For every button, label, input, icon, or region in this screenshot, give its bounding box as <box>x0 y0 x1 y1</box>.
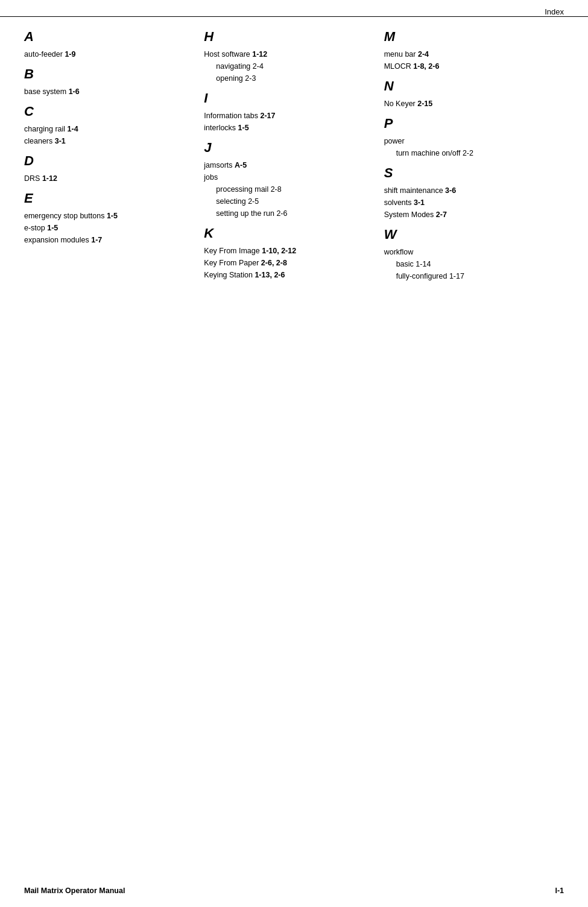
index-entry: power <box>384 135 552 147</box>
sub-entry-ref: 2-6 <box>276 209 287 218</box>
entry-ref: 2-6, 2-8 <box>261 259 287 267</box>
sub-entry-ref: 2-5 <box>248 197 259 206</box>
index-entry: workflow <box>384 246 552 258</box>
sub-entry-ref: 2-4 <box>253 62 264 71</box>
entry-term: DRS <box>24 174 42 183</box>
entry-term: auto-feeder <box>24 50 65 58</box>
index-sub-entry: navigating 2-4 <box>204 60 371 72</box>
section-a: Aauto-feeder 1-9 <box>24 29 192 60</box>
section-letter-c: C <box>24 104 192 119</box>
entry-term: emergency stop buttons <box>24 212 107 220</box>
entry-ref: 1-7 <box>91 236 102 244</box>
sub-entry-ref: 2-8 <box>271 185 282 194</box>
section-letter-b: B <box>24 66 192 82</box>
entry-term: power <box>384 137 405 145</box>
index-entry: Host software 1-12 <box>204 48 371 60</box>
entry-ref: A-5 <box>235 161 247 169</box>
entry-ref: 1-6 <box>69 87 80 96</box>
header-title: Index <box>545 7 564 16</box>
index-entry: interlocks 1-5 <box>204 122 371 134</box>
footer-left: Mail Matrix Operator Manual <box>24 886 125 895</box>
section-letter-m: M <box>384 29 552 45</box>
entry-term: No Keyer <box>384 100 418 108</box>
index-entry: jamsorts A-5 <box>204 159 371 171</box>
column-col-left: Aauto-feeder 1-9Bbase system 1-6Cchargin… <box>24 29 204 288</box>
section-letter-p: P <box>384 116 552 131</box>
index-entry: cleaners 3-1 <box>24 135 192 147</box>
entry-term: jamsorts <box>204 161 235 169</box>
sub-entry-term: basic <box>396 260 416 268</box>
entry-ref: 1-12 <box>252 50 267 58</box>
entry-term: Key From Paper <box>204 259 261 267</box>
index-entry: jobs <box>204 171 371 183</box>
entry-ref: 1-4 <box>68 125 78 133</box>
entry-ref: 3-1 <box>414 198 425 207</box>
sub-entry-term: opening <box>216 74 245 83</box>
index-entry: solvents 3-1 <box>384 197 552 209</box>
index-entry: DRS 1-12 <box>24 172 192 185</box>
entry-term: charging rail <box>24 125 68 133</box>
section-e: Eemergency stop buttons 1-5e-stop 1-5exp… <box>24 191 192 246</box>
entry-ref: 1-9 <box>65 50 75 58</box>
entry-term: solvents <box>384 198 414 207</box>
entry-term: workflow <box>384 248 414 256</box>
page-footer: Mail Matrix Operator Manual I-1 <box>0 886 588 895</box>
section-h: HHost software 1-12navigating 2-4opening… <box>204 29 371 84</box>
section-letter-w: W <box>384 227 552 242</box>
index-sub-entry: basic 1-14 <box>384 258 552 270</box>
entry-term: System Modes <box>384 210 436 219</box>
sub-entry-term: processing mail <box>216 185 270 194</box>
sub-entry-ref: 2-2 <box>463 149 473 157</box>
section-p: Ppowerturn machine on/off 2-2 <box>384 116 552 159</box>
index-entry: Key From Paper 2-6, 2-8 <box>204 257 371 269</box>
section-letter-e: E <box>24 191 192 206</box>
index-sub-entry: opening 2-3 <box>204 72 371 84</box>
entry-term: Host software <box>204 50 252 58</box>
index-entry: shift maintenance 3-6 <box>384 185 552 197</box>
section-w: Wworkflowbasic 1-14fully-configured 1-17 <box>384 227 552 282</box>
entry-ref: 1-5 <box>238 124 249 132</box>
sub-entry-term: turn machine on/off <box>396 149 463 157</box>
entry-ref: 3-6 <box>445 186 456 195</box>
entry-term: expansion modules <box>24 236 91 244</box>
sub-entry-term: fully-configured <box>396 272 449 280</box>
section-i: IInformation tabs 2-17interlocks 1-5 <box>204 90 371 134</box>
sub-entry-term: navigating <box>216 62 252 71</box>
index-sub-entry: setting up the run 2-6 <box>204 207 371 220</box>
section-letter-h: H <box>204 29 371 45</box>
entry-term: base system <box>24 87 69 96</box>
index-entry: Information tabs 2-17 <box>204 110 371 122</box>
entry-term: jobs <box>204 173 218 182</box>
section-k: KKey From Image 1-10, 2-12Key From Paper… <box>204 226 371 281</box>
entry-term: interlocks <box>204 124 238 132</box>
entry-term: menu bar <box>384 50 418 58</box>
index-entry: auto-feeder 1-9 <box>24 48 192 60</box>
entry-ref: 3-1 <box>55 137 66 145</box>
section-b: Bbase system 1-6 <box>24 66 192 98</box>
section-letter-j: J <box>204 140 371 156</box>
index-sub-entry: selecting 2-5 <box>204 195 371 207</box>
index-entry: expansion modules 1-7 <box>24 234 192 246</box>
index-sub-entry: processing mail 2-8 <box>204 183 371 195</box>
section-d: DDRS 1-12 <box>24 153 192 185</box>
entry-ref: 2-4 <box>418 50 429 58</box>
entry-term: Keying Station <box>204 271 254 279</box>
column-col-middle: HHost software 1-12navigating 2-4opening… <box>204 29 384 288</box>
index-entry: Keying Station 1-13, 2-6 <box>204 269 371 281</box>
sub-entry-ref: 1-14 <box>416 260 431 268</box>
sub-entry-ref: 2-3 <box>245 74 256 83</box>
entry-ref: 1-10, 2-12 <box>262 247 296 255</box>
index-entry: charging rail 1-4 <box>24 123 192 135</box>
section-c: Ccharging rail 1-4cleaners 3-1 <box>24 104 192 147</box>
index-entry: menu bar 2-4 <box>384 48 552 60</box>
entry-term: shift maintenance <box>384 186 445 195</box>
entry-ref: 2-15 <box>417 100 432 108</box>
section-n: NNo Keyer 2-15 <box>384 78 552 110</box>
entry-ref: 2-7 <box>436 210 447 219</box>
index-entry: emergency stop buttons 1-5 <box>24 210 192 222</box>
index-entry: System Modes 2-7 <box>384 209 552 221</box>
section-letter-d: D <box>24 153 192 169</box>
entry-term: Information tabs <box>204 112 260 120</box>
page-header: Index <box>0 0 588 16</box>
index-entry: e-stop 1-5 <box>24 222 192 234</box>
